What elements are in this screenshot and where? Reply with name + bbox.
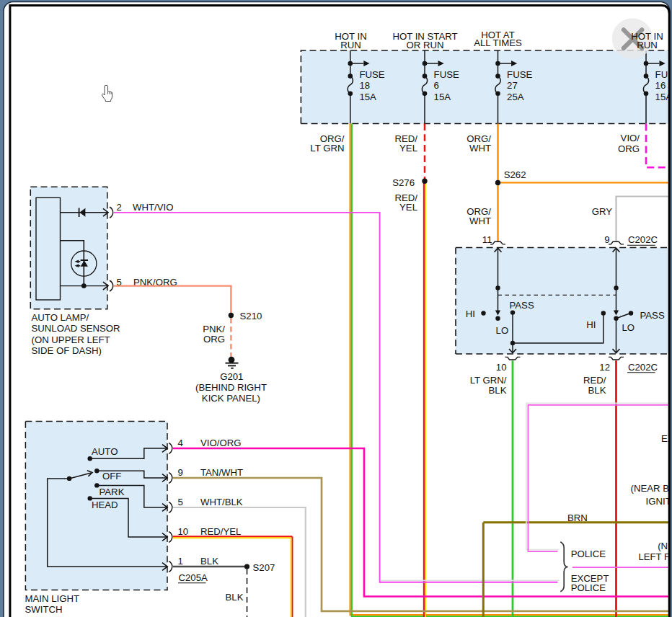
svg-text:S276: S276	[392, 177, 415, 188]
svg-text:ORG: ORG	[618, 143, 640, 154]
svg-text:RUN: RUN	[340, 40, 361, 50]
svg-text:HI: HI	[466, 308, 475, 319]
svg-text:SWITCH: SWITCH	[25, 604, 63, 615]
svg-text:(ON UPPER LEFT: (ON UPPER LEFT	[32, 334, 110, 345]
svg-text:15A: 15A	[359, 92, 376, 102]
svg-text:WHT: WHT	[469, 143, 491, 154]
svg-text:POLICE: POLICE	[571, 549, 606, 559]
svg-text:BLK: BLK	[588, 385, 606, 396]
svg-text:SUNLOAD SENSOR: SUNLOAD SENSOR	[32, 323, 120, 334]
svg-text:WHT/BLK: WHT/BLK	[200, 497, 243, 507]
svg-text:16: 16	[655, 80, 666, 91]
svg-text:YEL: YEL	[399, 143, 417, 154]
svg-text:BLK: BLK	[226, 592, 244, 603]
svg-text:S262: S262	[504, 169, 526, 180]
svg-text:TAN/WHT: TAN/WHT	[200, 467, 243, 478]
svg-text:FUSE: FUSE	[507, 69, 532, 80]
svg-text:(NEAR BRAKE: (NEAR BRAKE	[631, 483, 672, 494]
svg-text:C205A: C205A	[179, 572, 208, 583]
svg-text:11: 11	[482, 234, 492, 245]
svg-text:OFF: OFF	[102, 471, 121, 481]
svg-text:2: 2	[117, 202, 122, 213]
svg-text:18: 18	[359, 80, 370, 91]
svg-text:GRY: GRY	[592, 206, 613, 217]
svg-text:HI: HI	[586, 319, 596, 330]
svg-text:BRN: BRN	[567, 512, 588, 523]
svg-text:PASS: PASS	[510, 300, 534, 311]
svg-text:9: 9	[178, 467, 183, 478]
svg-text:PARK: PARK	[100, 487, 125, 497]
svg-text:BLK: BLK	[489, 385, 507, 396]
svg-text:C202C: C202C	[628, 362, 658, 373]
svg-text:RED/: RED/	[583, 375, 606, 386]
svg-text:10: 10	[496, 362, 507, 373]
svg-text:IGNITION: IGNITION	[646, 496, 672, 507]
svg-text:25A: 25A	[507, 92, 524, 102]
svg-text:S207: S207	[253, 562, 275, 573]
svg-text:1: 1	[178, 556, 183, 567]
svg-text:12: 12	[599, 362, 610, 373]
svg-text:FUSE: FUSE	[359, 69, 384, 80]
svg-text:LT GRN/: LT GRN/	[470, 375, 507, 386]
svg-text:LO: LO	[622, 322, 635, 333]
svg-text:LT GRN: LT GRN	[310, 143, 344, 154]
svg-text:27: 27	[507, 80, 518, 91]
svg-text:VIO/ORG: VIO/ORG	[200, 438, 241, 448]
svg-text:LO: LO	[496, 325, 509, 336]
svg-text:AUTO: AUTO	[92, 446, 118, 457]
svg-text:S210: S210	[240, 311, 262, 321]
svg-text:FUSE: FUSE	[434, 69, 459, 80]
svg-text:PNK/: PNK/	[203, 324, 225, 334]
svg-text:9: 9	[604, 234, 609, 245]
svg-text:SIDE OF DASH): SIDE OF DASH)	[32, 345, 102, 356]
svg-text:15A: 15A	[434, 92, 451, 102]
svg-text:HEAD: HEAD	[92, 500, 118, 510]
svg-text:C202C: C202C	[628, 234, 658, 245]
svg-text:ORG: ORG	[203, 334, 225, 345]
svg-text:POLICE: POLICE	[571, 582, 606, 593]
svg-text:VIO/: VIO/	[621, 133, 640, 143]
svg-text:4: 4	[178, 438, 183, 448]
svg-text:WHT/VIO: WHT/VIO	[133, 202, 173, 213]
svg-text:10: 10	[178, 526, 189, 537]
svg-text:OR RUN: OR RUN	[406, 40, 443, 50]
svg-text:G201: G201	[220, 371, 243, 382]
svg-text:BLK: BLK	[200, 556, 218, 567]
svg-text:RED/YEL: RED/YEL	[200, 526, 241, 537]
svg-text:RUN: RUN	[637, 40, 658, 50]
svg-text:WHT: WHT	[469, 216, 491, 226]
svg-text:KICK PANEL): KICK PANEL)	[202, 393, 260, 404]
svg-text:5: 5	[178, 497, 183, 507]
svg-text:6: 6	[434, 80, 439, 91]
svg-text:PASS: PASS	[640, 310, 665, 321]
svg-text:(BEHIND RIGHT: (BEHIND RIGHT	[195, 382, 267, 393]
svg-text:LEFT FRONT: LEFT FRONT	[638, 551, 672, 562]
svg-text:MAIN LIGHT: MAIN LIGHT	[25, 593, 79, 604]
svg-text:AUTO LAMP/: AUTO LAMP/	[32, 312, 89, 323]
svg-text:ALL TIMES: ALL TIMES	[474, 37, 522, 48]
svg-text:YEL: YEL	[399, 202, 417, 213]
